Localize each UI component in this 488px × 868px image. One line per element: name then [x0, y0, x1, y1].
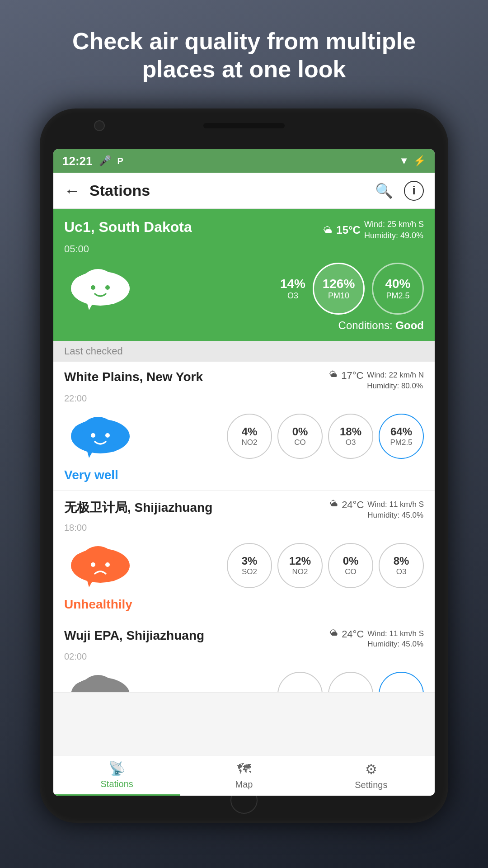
- parking-icon: P: [117, 156, 123, 166]
- metric-o3-1-pct: 8%: [394, 555, 409, 567]
- metric-co-1-label: CO: [345, 567, 357, 576]
- metric-pm10: 126% PM10: [313, 263, 365, 315]
- featured-weather: 🌥 15°C Wind: 25 km/h S Humidity: 49.0%: [324, 219, 424, 241]
- metric-no2-pct: 4%: [242, 425, 258, 438]
- content-spacer: [53, 693, 435, 755]
- featured-station[interactable]: Uc1, South Dakota 🌥 15°C Wind: 25 km/h S…: [53, 209, 435, 341]
- nav-settings[interactable]: ⚙ Settings: [308, 755, 435, 796]
- metric-pm10-label: PM10: [328, 291, 349, 301]
- featured-weather-detail: Wind: 25 km/h S Humidity: 49.0%: [364, 219, 424, 241]
- card-metrics-2: [136, 672, 424, 692]
- card-weather-0: 🌥 17°C Wind: 22 km/h N Humidity: 80.0%: [329, 370, 424, 392]
- card-humidity-0: Humidity: 80.0%: [367, 381, 424, 392]
- card-metrics-0: 4% NO2 0% CO 18% O3 64%: [136, 414, 424, 459]
- svg-point-17: [82, 546, 114, 571]
- svg-point-19: [91, 562, 95, 567]
- card-weather-2: 🌥 24°C Wind: 11 km/h S Humidity: 45.0%: [330, 628, 424, 650]
- metric-co-1-pct: 0%: [343, 555, 359, 567]
- info-button[interactable]: i: [404, 181, 424, 201]
- card-name-1: 无极卫计局, Shijiazhuang: [64, 499, 212, 516]
- card-weather-detail-1: Wind: 11 km/h S Humidity: 45.0%: [367, 499, 424, 521]
- search-button[interactable]: 🔍: [375, 182, 393, 199]
- metric-no2-label: NO2: [242, 438, 258, 447]
- featured-metrics: 14% O3 126% PM10 40% PM2.5: [136, 263, 424, 315]
- card-weather-icon-0: 🌥: [329, 370, 338, 379]
- metric-pm25-0-label: PM2.5: [390, 438, 412, 447]
- metric-no2-0: 4% NO2: [227, 414, 272, 459]
- metric-so2-pct: 3%: [242, 555, 258, 567]
- nav-stations[interactable]: 📡 Stations: [53, 755, 180, 796]
- station-card-0[interactable]: White Plains, New York 🌥 17°C Wind: 22 k…: [53, 362, 435, 491]
- back-button[interactable]: ←: [64, 181, 80, 200]
- card-header-0: White Plains, New York 🌥 17°C Wind: 22 k…: [64, 370, 424, 392]
- metric-so2-1: 3% SO2: [227, 543, 272, 588]
- card-weather-1: 🌥 24°C Wind: 11 km/h S Humidity: 45.0%: [330, 499, 424, 521]
- svg-marker-18: [87, 579, 94, 587]
- top-bar: ← Stations 🔍 i: [53, 173, 435, 209]
- card-cloud-svg-1: [64, 538, 136, 593]
- stations-icon: 📡: [108, 760, 125, 776]
- card-weather-icon-1: 🌥: [330, 499, 338, 509]
- card-name-0: White Plains, New York: [64, 370, 203, 384]
- phone-frame: 12:21 🎤 P ▼ ⚡ ← Stations 🔍 i Uc1, Sou: [40, 108, 448, 823]
- metric-o3-0-pct: 18%: [340, 425, 361, 438]
- status-bar: 12:21 🎤 P ▼ ⚡: [53, 149, 435, 173]
- card-name-2: Wuji EPA, Shijiazhuang: [64, 628, 204, 643]
- station-card-2[interactable]: Wuji EPA, Shijiazhuang 🌥 24°C Wind: 11 k…: [53, 620, 435, 693]
- card-temp-1: 24°C: [342, 499, 364, 511]
- card-status-0: Very well: [64, 468, 424, 482]
- status-time: 12:21: [62, 154, 93, 168]
- card-wind-1: Wind: 11 km/h S: [367, 499, 424, 510]
- card-mascot-1: [64, 538, 136, 593]
- settings-label: Settings: [355, 780, 387, 790]
- metric-pm25-label: PM2.5: [386, 291, 409, 301]
- metric-o3-pct: 14%: [280, 277, 305, 291]
- station-card-1[interactable]: 无极卫计局, Shijiazhuang 🌥 24°C Wind: 11 km/h…: [53, 491, 435, 620]
- card-time-2: 02:00: [64, 651, 424, 662]
- card-header-2: Wuji EPA, Shijiazhuang 🌥 24°C Wind: 11 k…: [64, 628, 424, 650]
- card-body-2: [64, 667, 424, 692]
- featured-wind: Wind: 25 km/h S: [364, 219, 424, 230]
- featured-weather-icon: 🌥: [324, 225, 333, 236]
- conditions-value: Good: [395, 319, 424, 331]
- metric-no2-1-pct: 12%: [289, 555, 311, 567]
- metric-pm25: 40% PM2.5: [372, 263, 424, 315]
- svg-point-20: [105, 562, 110, 567]
- metric-b-2: [328, 672, 373, 692]
- card-time-0: 22:00: [64, 393, 424, 404]
- metric-pm25-0-pct: 64%: [390, 425, 412, 438]
- featured-conditions: Conditions: Good: [64, 319, 424, 332]
- scroll-content: Uc1, South Dakota 🌥 15°C Wind: 25 km/h S…: [53, 209, 435, 796]
- card-weather-icon-2: 🌥: [330, 628, 338, 638]
- metric-pm10-pct: 126%: [323, 277, 355, 291]
- battery-icon: ⚡: [413, 155, 426, 167]
- status-left: 12:21 🎤 P: [62, 154, 123, 168]
- tagline: Check air quality from multiple places a…: [0, 27, 488, 84]
- metric-o3-1-label: O3: [396, 567, 407, 576]
- nav-map[interactable]: 🗺 Map: [180, 755, 307, 796]
- metric-a-2: [277, 672, 323, 692]
- featured-temp: 15°C: [336, 224, 361, 236]
- svg-point-5: [91, 285, 95, 290]
- card-time-1: 18:00: [64, 523, 424, 533]
- svg-point-10: [82, 417, 114, 442]
- speaker: [203, 123, 285, 128]
- card-status-1: Unhealthily: [64, 597, 424, 612]
- page-title: Stations: [89, 182, 375, 199]
- card-temp-0: 17°C: [341, 370, 363, 382]
- metric-o3-0-label: O3: [346, 438, 356, 447]
- metric-o3-0: 18% O3: [328, 414, 373, 459]
- featured-mascot: [64, 261, 136, 316]
- card-humidity-2: Humidity: 45.0%: [367, 639, 424, 650]
- featured-name: Uc1, South Dakota: [64, 219, 192, 236]
- camera: [94, 120, 105, 131]
- conditions-label: Conditions:: [338, 319, 393, 331]
- map-icon: 🗺: [237, 761, 251, 777]
- featured-header: Uc1, South Dakota 🌥 15°C Wind: 25 km/h S…: [64, 219, 424, 241]
- metric-o3-1: 8% O3: [379, 543, 424, 588]
- metric-no2-1: 12% NO2: [277, 543, 323, 588]
- wifi-icon: ▼: [399, 155, 409, 167]
- top-icons: 🔍 i: [375, 181, 424, 201]
- last-checked-label: Last checked: [53, 341, 435, 362]
- metric-o3-label: O3: [287, 291, 298, 301]
